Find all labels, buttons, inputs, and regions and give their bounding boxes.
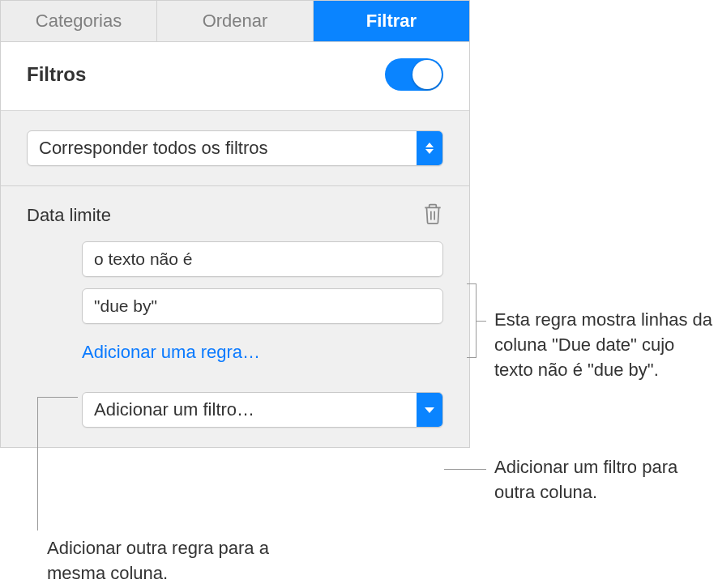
callout-add-filter: Adicionar um filtro para outra coluna. xyxy=(494,455,713,505)
toggle-knob xyxy=(412,60,442,89)
value-input[interactable] xyxy=(82,288,443,324)
callout-bracket xyxy=(467,283,477,358)
callout-line xyxy=(444,469,486,470)
filter-panel: Categorias Ordenar Filtrar Filtros Corre… xyxy=(0,0,470,448)
callout-add-rule: Adicionar outra regra para a mesma colun… xyxy=(47,536,331,586)
chevron-down-icon xyxy=(417,393,442,427)
add-filter-select[interactable]: Adicionar um filtro… xyxy=(82,392,443,428)
trash-icon[interactable] xyxy=(422,202,443,228)
match-select[interactable]: Corresponder todos os filtros xyxy=(27,130,443,166)
match-select-row: Corresponder todos os filtros xyxy=(27,130,443,166)
filters-title: Filtros xyxy=(27,63,86,86)
callout-line xyxy=(37,397,78,398)
stepper-arrows-icon xyxy=(417,131,442,165)
divider xyxy=(1,185,469,186)
filters-header: Filtros xyxy=(1,42,469,110)
add-rule-link[interactable]: Adicionar uma regra… xyxy=(82,342,260,363)
condition-input[interactable] xyxy=(82,241,443,277)
callout-line xyxy=(37,397,38,530)
rule-title: Data limite xyxy=(27,205,111,226)
tab-sort[interactable]: Ordenar xyxy=(157,1,314,41)
add-filter-label: Adicionar um filtro… xyxy=(83,393,417,427)
rule-inputs: Adicionar uma regra… xyxy=(27,241,443,392)
tab-categories[interactable]: Categorias xyxy=(1,1,157,41)
match-select-label: Corresponder todos os filtros xyxy=(28,131,417,165)
callout-rule-description: Esta regra mostra linhas da coluna "Due … xyxy=(494,308,713,382)
tab-bar: Categorias Ordenar Filtrar xyxy=(1,1,469,42)
tab-filter[interactable]: Filtrar xyxy=(314,1,469,41)
rule-header: Data limite xyxy=(27,202,443,228)
filters-toggle[interactable] xyxy=(385,58,443,91)
callout-line xyxy=(477,321,486,322)
add-filter-row: Adicionar um filtro… xyxy=(27,392,443,428)
